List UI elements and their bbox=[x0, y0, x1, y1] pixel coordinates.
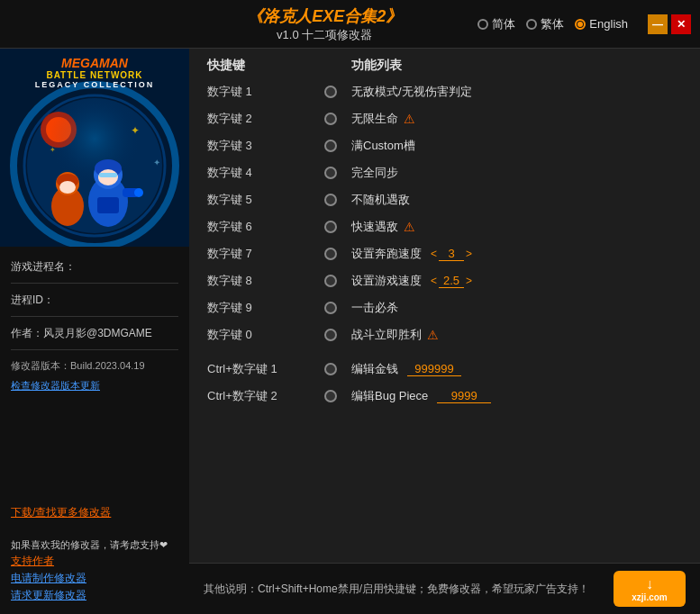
cheat-row-10: 数字键 0 战斗立即胜利 ⚠ bbox=[207, 321, 682, 348]
game-image: ✦ ✦ ✦ MEGAMAN BATTLE NETWORK LEGACY COLL… bbox=[0, 49, 189, 247]
radio-english bbox=[575, 19, 586, 30]
cheat-toggle-4[interactable] bbox=[324, 167, 337, 179]
cheat-row-4: 数字键 4 完全同步 bbox=[207, 159, 682, 186]
window-controls: — ✕ bbox=[648, 14, 691, 34]
speed-dec-8[interactable]: < bbox=[431, 275, 437, 287]
lang-simplified-label: 简体 bbox=[492, 16, 515, 32]
column-headers: 快捷键 功能列表 bbox=[189, 49, 700, 78]
cheat-toggle-12[interactable] bbox=[324, 390, 337, 402]
cheat-toggle-6[interactable] bbox=[324, 221, 337, 233]
speed-val-8[interactable]: 2.5 bbox=[439, 274, 464, 288]
cheat-key-9: 数字键 9 bbox=[207, 300, 324, 316]
lang-traditional-label: 繁体 bbox=[541, 16, 564, 32]
cheat-row-7: 数字键 7 设置奔跑速度 < 3 > bbox=[207, 240, 682, 267]
cheat-toggle-9[interactable] bbox=[324, 302, 337, 314]
cheat-toggle-8[interactable] bbox=[324, 275, 337, 287]
download-link[interactable]: 下载/查找更多修改器 bbox=[11, 505, 178, 520]
cheat-toggle-7[interactable] bbox=[324, 248, 337, 260]
cheat-key-4: 数字键 4 bbox=[207, 165, 324, 181]
cheat-toggle-1[interactable] bbox=[324, 86, 337, 98]
speed-input-8: < 2.5 > bbox=[431, 274, 472, 288]
lang-simplified[interactable]: 简体 bbox=[477, 16, 515, 32]
game-logo-line2: BATTLE NETWORK bbox=[7, 70, 182, 80]
left-panel: ✦ ✦ ✦ MEGAMAN BATTLE NETWORK LEGACY COLL… bbox=[0, 49, 189, 614]
cheat-row-1: 数字键 1 无敌模式/无视伤害判定 bbox=[207, 78, 682, 105]
speed-inc-7[interactable]: > bbox=[466, 248, 472, 260]
title-bar: 《洛克人EXE合集2》 v1.0 十二项修改器 简体 繁体 English — … bbox=[0, 0, 700, 49]
process-name-label: 游戏进程名： bbox=[11, 256, 178, 277]
cheat-key-2: 数字键 2 bbox=[207, 111, 324, 127]
cheat-func-10: 战斗立即胜利 ⚠ bbox=[351, 327, 682, 343]
cheat-toggle-10[interactable] bbox=[324, 329, 337, 341]
main-layout: ✦ ✦ ✦ MEGAMAN BATTLE NETWORK LEGACY COLL… bbox=[0, 49, 700, 614]
svg-text:✦: ✦ bbox=[153, 158, 160, 167]
game-logo-line3: LEGACY COLLECTION bbox=[7, 80, 182, 89]
cheat-func-7: 设置奔跑速度 < 3 > bbox=[351, 246, 682, 262]
close-button[interactable]: ✕ bbox=[671, 14, 691, 34]
cheat-func-8: 设置游戏速度 < 2.5 > bbox=[351, 273, 682, 289]
radio-simplified bbox=[477, 19, 488, 30]
speed-val-7[interactable]: 3 bbox=[439, 247, 464, 261]
bottom-note: 其他说明：Ctrl+Shift+Home禁用/启用快捷键；免费修改器，希望玩家广… bbox=[204, 582, 614, 597]
cheat-toggle-2[interactable] bbox=[324, 113, 337, 125]
game-logo: MEGAMAN BATTLE NETWORK LEGACY COLLECTION bbox=[7, 56, 182, 89]
cheat-key-1: 数字键 1 bbox=[207, 84, 324, 100]
cheat-row-6: 数字键 6 快速遇敌 ⚠ bbox=[207, 213, 682, 240]
bottom-bar: 其他说明：Ctrl+Shift+Home禁用/启用快捷键；免费修改器，希望玩家广… bbox=[189, 563, 700, 614]
cheat-func-4: 完全同步 bbox=[351, 165, 682, 181]
cheat-func-2: 无限生命 ⚠ bbox=[351, 111, 682, 127]
cheat-key-10: 数字键 0 bbox=[207, 327, 324, 343]
edit-val-11[interactable]: 999999 bbox=[407, 362, 461, 376]
cheat-func-6: 快速遇敌 ⚠ bbox=[351, 219, 682, 235]
lang-english-label: English bbox=[589, 17, 628, 31]
svg-text:✦: ✦ bbox=[50, 146, 56, 154]
cheat-toggle-3[interactable] bbox=[324, 140, 337, 152]
cheat-row-11: Ctrl+数字键 1 编辑金钱 999999 bbox=[207, 356, 682, 383]
xzji-logo[interactable]: ↓ xzji.com bbox=[614, 571, 686, 607]
title-main: 《洛克人EXE合集2》 bbox=[171, 5, 477, 27]
cheat-row-8: 数字键 8 设置游戏速度 < 2.5 > bbox=[207, 267, 682, 294]
speed-dec-7[interactable]: < bbox=[431, 248, 437, 260]
cheat-func-12: 编辑Bug Piece 9999 bbox=[351, 388, 682, 404]
update-link[interactable]: 检查修改器版本更新 bbox=[11, 375, 178, 395]
minimize-button[interactable]: — bbox=[648, 14, 668, 34]
lang-traditional[interactable]: 繁体 bbox=[526, 16, 564, 32]
title-center: 《洛克人EXE合集2》 v1.0 十二项修改器 bbox=[171, 5, 477, 43]
cheat-row-2: 数字键 2 无限生命 ⚠ bbox=[207, 105, 682, 132]
cheat-func-9: 一击必杀 bbox=[351, 300, 682, 316]
process-id-label: 进程ID： bbox=[11, 289, 178, 311]
col-func-header: 功能列表 bbox=[351, 58, 682, 74]
cheat-row-3: 数字键 3 满Custom槽 bbox=[207, 132, 682, 159]
cheat-key-12: Ctrl+数字键 2 bbox=[207, 388, 324, 404]
cheat-key-7: 数字键 7 bbox=[207, 246, 324, 262]
cheat-toggle-5[interactable] bbox=[324, 194, 337, 206]
cheat-key-11: Ctrl+数字键 1 bbox=[207, 361, 324, 377]
xzji-domain: xzji.com bbox=[632, 592, 667, 602]
cheat-toggle-11[interactable] bbox=[324, 363, 337, 375]
cheat-func-3: 满Custom槽 bbox=[351, 138, 682, 154]
right-panel: 快捷键 功能列表 数字键 1 无敌模式/无视伤害判定 数字键 2 无限生命 ⚠ bbox=[189, 49, 700, 614]
edit-val-12[interactable]: 9999 bbox=[437, 389, 491, 403]
svg-point-18 bbox=[59, 181, 76, 194]
cheat-func-5: 不随机遇敌 bbox=[351, 192, 682, 208]
left-links: 下载/查找更多修改器 如果喜欢我的修改器，请考虑支持❤ 支持作者 电请制作修改器… bbox=[0, 505, 189, 614]
author-label: 作者：风灵月影@3DMGAME bbox=[11, 322, 178, 344]
svg-rect-12 bbox=[97, 197, 119, 213]
svg-point-14 bbox=[134, 188, 143, 197]
support-link[interactable]: 支持作者 bbox=[11, 554, 178, 569]
cheat-list: 数字键 1 无敌模式/无视伤害判定 数字键 2 无限生命 ⚠ 数字键 3 满Cu… bbox=[189, 78, 700, 563]
request-update-link[interactable]: 请求更新修改器 bbox=[11, 588, 178, 603]
request-create-link[interactable]: 电请制作修改器 bbox=[11, 571, 178, 586]
warn-icon-6: ⚠ bbox=[404, 220, 415, 234]
cheat-row-5: 数字键 5 不随机遇敌 bbox=[207, 186, 682, 213]
cheat-key-5: 数字键 5 bbox=[207, 192, 324, 208]
lang-english[interactable]: English bbox=[575, 17, 628, 31]
col-key-header: 快捷键 bbox=[207, 58, 324, 74]
support-note: 如果喜欢我的修改器，请考虑支持❤ bbox=[11, 538, 178, 552]
cheat-key-6: 数字键 6 bbox=[207, 219, 324, 235]
language-options: 简体 繁体 English — ✕ bbox=[477, 14, 691, 34]
speed-inc-8[interactable]: > bbox=[466, 275, 472, 287]
svg-text:✦: ✦ bbox=[131, 124, 140, 137]
warn-icon-2: ⚠ bbox=[404, 112, 415, 126]
title-sub: v1.0 十二项修改器 bbox=[171, 27, 477, 43]
